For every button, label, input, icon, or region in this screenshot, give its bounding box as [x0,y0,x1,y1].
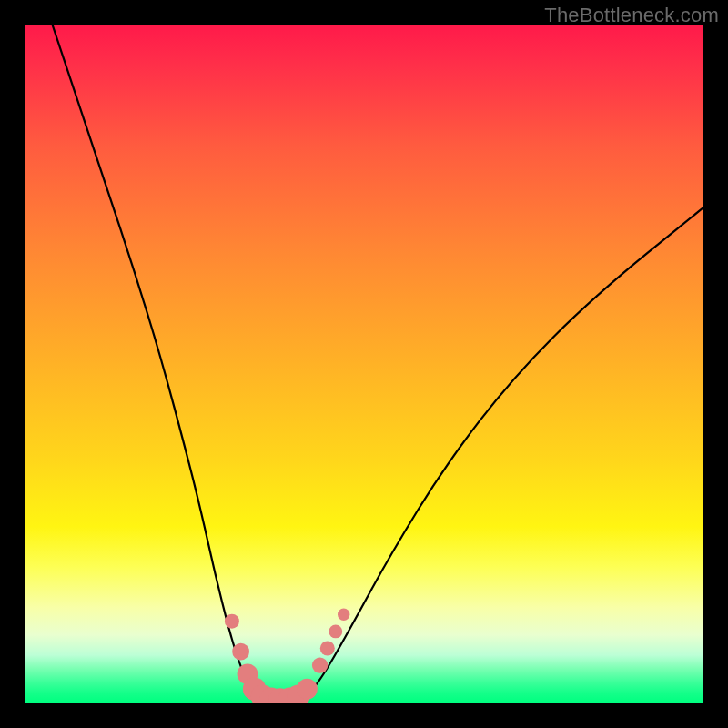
curve-marker [297,679,318,700]
curve-marker [312,657,328,672]
chart-svg [25,25,703,703]
curve-marker [338,609,349,621]
curve-markers [225,609,350,703]
curve-marker [320,642,335,656]
curve-marker [225,614,239,629]
bottleneck-curve [53,25,703,701]
chart-plot-area [25,25,703,703]
curve-marker [232,643,249,661]
watermark-text: TheBottleneck.com [544,4,719,27]
chart-frame: TheBottleneck.com [0,0,728,728]
curve-marker [329,625,342,639]
